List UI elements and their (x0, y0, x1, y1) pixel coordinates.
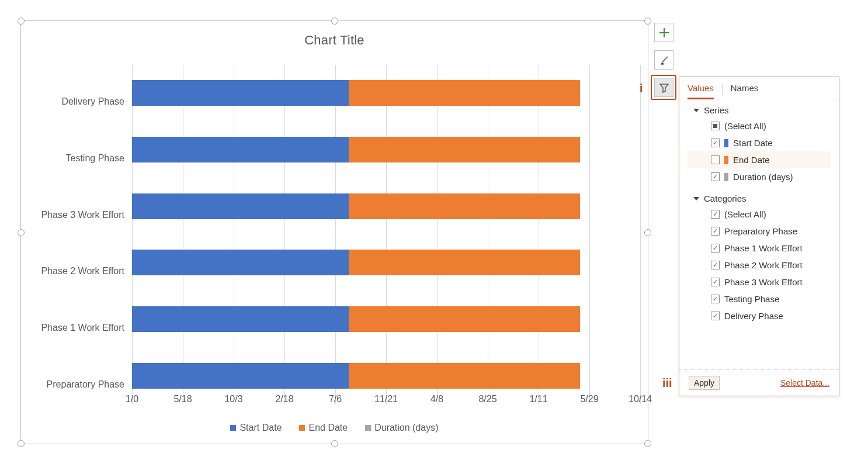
filter-list-item[interactable]: ✓Preparatory Phase (688, 223, 831, 240)
legend-item[interactable]: End Date (299, 423, 348, 433)
gridline (234, 65, 234, 404)
x-axis-tick-label: 11/21 (374, 394, 398, 404)
chart-styles-button[interactable] (654, 50, 673, 70)
filter-item-label: Duration (days) (733, 172, 793, 182)
bar-segment-start-date[interactable] (132, 363, 349, 389)
bar-segment-end-date[interactable] (349, 363, 580, 389)
bar-segment-start-date[interactable] (132, 80, 349, 106)
chart-filter-popup: Values Names Series (Select All)✓Start D… (679, 77, 839, 396)
bar-row[interactable] (132, 306, 640, 332)
filter-list-item[interactable]: ✓Phase 3 Work Effort (688, 274, 831, 290)
filter-list-item[interactable]: End Date (688, 151, 831, 168)
series-color-swatch-icon (724, 156, 728, 164)
checkbox[interactable]: ✓ (711, 227, 720, 236)
legend-label: Duration (days) (374, 423, 438, 433)
filter-list-item[interactable]: ✓Phase 1 Work Effort (688, 240, 831, 257)
resize-handle[interactable] (18, 440, 25, 447)
bar-segment-start-date[interactable] (132, 306, 349, 332)
gridline (132, 65, 133, 404)
resize-handle[interactable] (18, 18, 25, 25)
apply-button[interactable]: Apply (689, 376, 720, 390)
checkbox[interactable]: ✓ (711, 295, 720, 303)
bar-segment-start-date[interactable] (132, 250, 349, 275)
bar-row[interactable] (132, 193, 640, 219)
gridline (386, 65, 387, 404)
checkbox[interactable] (711, 122, 720, 130)
filter-list-item[interactable]: ✓Start Date (688, 134, 831, 151)
filter-list-item[interactable]: ✓Delivery Phase (688, 307, 831, 324)
bar-segment-start-date[interactable] (132, 137, 349, 162)
bar-row[interactable] (132, 80, 640, 106)
filter-list-item[interactable]: ✓Testing Phase (688, 290, 831, 307)
bar-row[interactable] (132, 250, 640, 275)
gridline (183, 65, 183, 404)
x-axis-tick-label: 8/25 (478, 394, 497, 404)
legend-item[interactable]: Start Date (230, 423, 282, 433)
checkbox[interactable]: ✓ (711, 244, 720, 253)
checkbox[interactable] (711, 155, 720, 164)
bar-segment-end-date[interactable] (349, 137, 580, 162)
select-data-link[interactable]: Select Data... (780, 378, 829, 388)
bar-segment-end-date[interactable] (349, 193, 580, 219)
chart-title[interactable]: Chart Title (21, 21, 648, 48)
legend-item[interactable]: Duration (days) (365, 423, 438, 433)
legend-label: End Date (308, 423, 348, 433)
chart-object[interactable]: Chart Title Delivery PhaseTesting PhaseP… (20, 20, 648, 444)
legend-swatch-icon (230, 425, 236, 431)
filter-item-label: Testing Phase (724, 294, 779, 304)
checkbox[interactable]: ✓ (711, 172, 720, 181)
resize-handle[interactable] (644, 440, 651, 447)
x-axis-tick-label: 4/8 (430, 394, 443, 404)
checkbox[interactable]: ✓ (711, 139, 720, 147)
resize-handle[interactable] (331, 440, 338, 447)
filter-item-label: End Date (733, 155, 770, 165)
checkbox[interactable]: ✓ (711, 312, 720, 320)
y-axis-category-label: Phase 2 Work Effort (41, 266, 124, 276)
filter-list-item[interactable]: ✓Duration (days) (688, 168, 831, 185)
tab-values[interactable]: Values (688, 83, 714, 99)
bar-row[interactable] (132, 363, 640, 389)
filter-list-item[interactable]: ✓(Select All) (688, 206, 831, 223)
x-axis-labels: 1/05/1810/32/187/611/214/88/251/115/2910… (132, 394, 640, 409)
resize-handle[interactable] (644, 18, 651, 25)
filter-list-item[interactable]: ✓Phase 2 Work Effort (688, 257, 831, 274)
bar-segment-end-date[interactable] (349, 80, 580, 106)
filter-item-label: Phase 3 Work Effort (724, 277, 803, 287)
plot-area[interactable] (132, 65, 640, 404)
filter-item-label: (Select All) (724, 121, 766, 131)
series-list: (Select All)✓Start DateEnd Date✓Duration… (688, 117, 831, 185)
gridline (539, 65, 539, 404)
series-color-swatch-icon (724, 173, 728, 181)
bar-segment-start-date[interactable] (132, 193, 349, 219)
legend[interactable]: Start DateEnd DateDuration (days) (21, 423, 648, 433)
y-axis-category-label: Phase 1 Work Effort (41, 323, 124, 333)
resize-handle[interactable] (644, 229, 651, 236)
resize-handle[interactable] (331, 18, 338, 25)
categories-heading-label: Categories (704, 193, 747, 203)
chart-elements-button[interactable] (654, 23, 673, 42)
series-color-swatch-icon (724, 139, 728, 147)
x-axis-tick-label: 10/3 (224, 394, 242, 404)
checkbox[interactable]: ✓ (711, 278, 720, 286)
collapse-triangle-icon (693, 109, 699, 112)
filter-item-label: (Select All) (724, 209, 766, 219)
checkbox[interactable]: ✓ (711, 261, 720, 269)
tab-names[interactable]: Names (731, 83, 759, 99)
bar-segment-end-date[interactable] (349, 306, 580, 332)
categories-section-header[interactable]: Categories (693, 193, 831, 203)
legend-swatch-icon (299, 425, 305, 431)
bar-row[interactable] (132, 137, 640, 162)
tab-separator (722, 84, 723, 95)
y-axis-category-label: Phase 3 Work Effort (41, 210, 124, 220)
series-section-header[interactable]: Series (693, 105, 831, 115)
chart-filters-button[interactable] (654, 78, 673, 97)
categories-list: ✓(Select All)✓Preparatory Phase✓Phase 1 … (688, 206, 831, 324)
gridline (335, 65, 336, 404)
legend-swatch-icon (365, 425, 371, 431)
gridline (437, 65, 438, 404)
filter-list-item[interactable]: (Select All) (688, 117, 831, 134)
legend-label: Start Date (239, 423, 282, 433)
bar-segment-end-date[interactable] (349, 250, 580, 275)
y-axis-labels: Delivery PhaseTesting PhasePhase 3 Work … (21, 74, 129, 398)
checkbox[interactable]: ✓ (711, 210, 720, 219)
